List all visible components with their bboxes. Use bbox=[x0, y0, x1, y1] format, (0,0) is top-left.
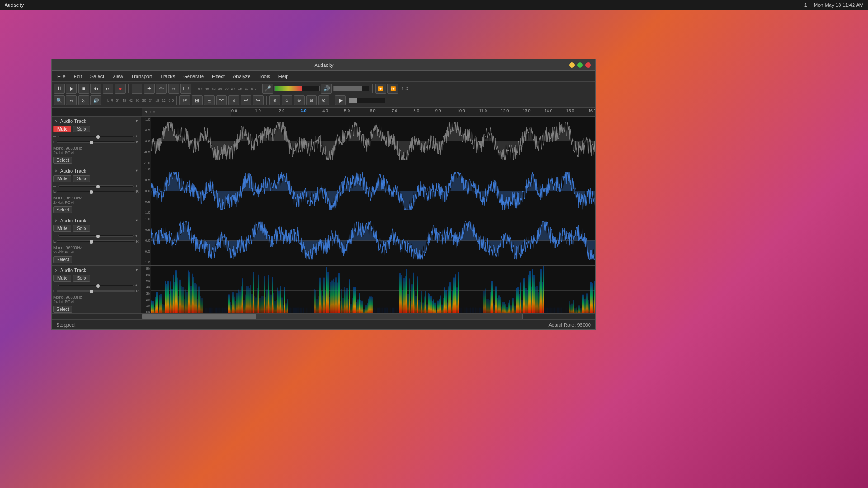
minimize-button[interactable] bbox=[569, 62, 575, 68]
track-4-close[interactable]: ✕ bbox=[53, 267, 59, 273]
track-2-dropdown[interactable]: ▼ bbox=[135, 169, 139, 173]
copy-button[interactable]: ⊞ bbox=[192, 95, 203, 105]
select-tool-button[interactable]: I bbox=[132, 84, 142, 94]
skip-start-button[interactable]: ⏮ bbox=[90, 84, 101, 94]
envelope-tool-button[interactable]: LR bbox=[180, 84, 191, 94]
track-2-gain-slider[interactable] bbox=[58, 185, 134, 187]
track-1-dropdown[interactable]: ▼ bbox=[135, 119, 139, 123]
track-3-close[interactable]: ✕ bbox=[53, 218, 59, 223]
cut-button[interactable]: ✂ bbox=[179, 95, 190, 105]
track-1-scale: 1.0 0.5 0.0 -0.5 -1.0 bbox=[141, 117, 151, 166]
playback-position-slider[interactable] bbox=[349, 98, 385, 103]
track-2-scale: 1.0 0.5 0.0 -0.5 -1.0 bbox=[141, 166, 151, 216]
track-4-waveform[interactable]: 8k 6k 5k 4k 3k 2k 1k 0k bbox=[141, 266, 595, 313]
maximize-button[interactable] bbox=[577, 62, 583, 68]
track-3-gain-slider[interactable] bbox=[58, 235, 134, 237]
zoom-fit-3-button[interactable]: ⊗ bbox=[318, 95, 329, 105]
track-2-select-button[interactable]: Select bbox=[53, 206, 72, 213]
paste-button[interactable]: ⊟ bbox=[204, 95, 215, 105]
zoom-in-button[interactable]: 🔍 bbox=[54, 95, 65, 105]
menu-help[interactable]: Help bbox=[275, 73, 292, 80]
close-button[interactable] bbox=[585, 62, 591, 68]
track-1-solo-button[interactable]: Solo bbox=[73, 126, 90, 132]
scale-2-mid-bot: -0.5 bbox=[142, 200, 150, 204]
track-1-close[interactable]: ✕ bbox=[53, 118, 59, 124]
track-1-pan-r: R bbox=[136, 140, 139, 144]
menu-edit[interactable]: Edit bbox=[70, 73, 86, 80]
scrollbar-track[interactable] bbox=[142, 314, 523, 319]
zoom-out-2-button[interactable]: ⊖ bbox=[294, 95, 305, 105]
taskbar: Audacity 1 Mon May 18 11:42 AM bbox=[0, 0, 868, 10]
menu-file[interactable]: File bbox=[54, 73, 69, 80]
track-1-select-button[interactable]: Select bbox=[53, 157, 72, 164]
track-4-select-button[interactable]: Select bbox=[53, 306, 72, 313]
stop-button[interactable]: ■ bbox=[78, 84, 89, 94]
play-once-button[interactable]: ▶ bbox=[335, 95, 346, 105]
track-3-solo-button[interactable]: Solo bbox=[73, 225, 90, 232]
multi-tool-button[interactable]: ✦ bbox=[144, 84, 155, 94]
zoom-out-button[interactable]: 🔊 bbox=[90, 95, 101, 105]
menu-effect[interactable]: Effect bbox=[208, 73, 228, 80]
track-1-pan-slider[interactable] bbox=[57, 141, 135, 143]
record-meter-button[interactable]: 🎤 bbox=[262, 84, 273, 94]
track-2-waveform[interactable]: 1.0 0.5 0.0 -0.5 -1.0 bbox=[141, 166, 595, 216]
track-2-pan-slider[interactable] bbox=[57, 191, 135, 192]
track-1-waveform[interactable]: 1.0 0.5 0.0 -0.5 -1.0 bbox=[141, 117, 595, 166]
track-4-gain-slider[interactable] bbox=[58, 285, 134, 286]
zoom-in-2-button[interactable]: ⊕ bbox=[269, 95, 280, 105]
track-4-pan-slider[interactable] bbox=[57, 290, 135, 292]
track-1-mute-button[interactable]: Mute bbox=[53, 126, 71, 132]
menu-tools[interactable]: Tools bbox=[255, 73, 274, 80]
menu-generate[interactable]: Generate bbox=[179, 73, 208, 80]
scale-3-top: 1.0 bbox=[142, 217, 150, 221]
status-right: Actual Rate: 96000 bbox=[548, 322, 591, 328]
silence-button[interactable]: ♬ bbox=[228, 95, 239, 105]
track-4-solo-button[interactable]: Solo bbox=[73, 275, 90, 282]
track-3-select-button[interactable]: Select bbox=[53, 256, 72, 263]
record-button[interactable]: ● bbox=[115, 84, 126, 94]
track-4-gain-label: – bbox=[53, 283, 57, 288]
menu-analyze[interactable]: Analyze bbox=[229, 73, 254, 80]
track-2-gain-label: – bbox=[53, 184, 57, 188]
scrollbar-thumb[interactable] bbox=[142, 314, 256, 319]
meter-scale-bottom: LR -54-48-42-36-30-24-18-12-60 bbox=[107, 99, 174, 103]
track-1-gain-slider[interactable] bbox=[58, 136, 134, 137]
menu-view[interactable]: View bbox=[108, 73, 127, 80]
draw-tool-button[interactable]: ✏ bbox=[156, 84, 167, 94]
track-2-name: Audio Track bbox=[60, 168, 133, 174]
track-2-solo-button[interactable]: Solo bbox=[73, 175, 90, 182]
trim-button[interactable]: ⌥ bbox=[216, 95, 227, 105]
track-4-mute-button[interactable]: Mute bbox=[53, 275, 71, 282]
track-4-dropdown[interactable]: ▼ bbox=[135, 268, 139, 272]
track-2-mute-button[interactable]: Mute bbox=[53, 175, 71, 182]
pause-button[interactable]: ⏸ bbox=[54, 84, 65, 94]
skip-right-button[interactable]: ⏩ bbox=[387, 84, 398, 94]
horizontal-scrollbar[interactable] bbox=[52, 313, 595, 319]
skip-end-button[interactable]: ⏭ bbox=[103, 84, 113, 94]
track-3-info-1: Mono, 96000Hz bbox=[53, 245, 139, 250]
taskbar-app-name: Audacity bbox=[5, 2, 24, 8]
skip-left-button[interactable]: ⏪ bbox=[375, 84, 386, 94]
zoom-fit-2-button[interactable]: ⊞ bbox=[306, 95, 317, 105]
menu-select[interactable]: Select bbox=[87, 73, 108, 80]
track-3-waveform[interactable]: 1.0 0.5 0.0 -0.5 -1.0 bbox=[141, 216, 595, 265]
play-button[interactable]: ▶ bbox=[66, 84, 77, 94]
track-3-dropdown[interactable]: ▼ bbox=[135, 218, 139, 223]
menu-transport[interactable]: Transport bbox=[127, 73, 156, 80]
undo-button[interactable]: ↩ bbox=[241, 95, 251, 105]
speaker-button[interactable]: 🔊 bbox=[321, 84, 332, 94]
zoom-fit-button[interactable]: ⇔ bbox=[66, 95, 77, 105]
zoom-fit-project-button[interactable]: ⊙ bbox=[78, 95, 89, 105]
redo-button[interactable]: ↪ bbox=[253, 95, 264, 105]
track-2-close[interactable]: ✕ bbox=[53, 168, 59, 174]
ruler-mark-4: 4.0 bbox=[322, 108, 328, 113]
track-3-mute-button[interactable]: Mute bbox=[53, 225, 71, 232]
zoom-tool-button[interactable]: ⇔ bbox=[168, 84, 179, 94]
ruler-mark-14: 14.0 bbox=[544, 108, 552, 113]
playback-volume-slider[interactable] bbox=[333, 86, 369, 91]
menu-tracks[interactable]: Tracks bbox=[157, 73, 179, 80]
window-title: Audacity bbox=[79, 62, 569, 68]
zoom-normal-button[interactable]: ⊙ bbox=[282, 95, 292, 105]
track-3-pan-r: R bbox=[136, 239, 139, 244]
track-3-pan-slider[interactable] bbox=[57, 240, 135, 242]
